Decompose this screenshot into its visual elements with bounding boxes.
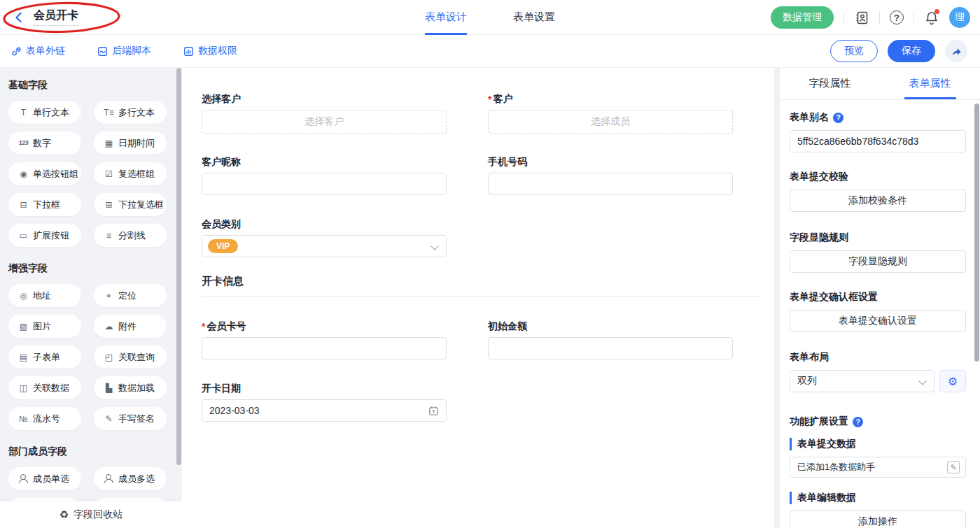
field-pill-serial-number[interactable]: №流水号 bbox=[8, 407, 81, 430]
form-alias-input[interactable] bbox=[790, 130, 966, 152]
script-icon bbox=[97, 46, 108, 57]
open-date-input[interactable]: 2023-03-03 bbox=[202, 399, 447, 422]
field-member-type[interactable]: 会员类别 VIP bbox=[202, 218, 447, 257]
recycle-label: 字段回收站 bbox=[74, 508, 122, 521]
field-pill-checkbox-group[interactable]: ☑复选框组 bbox=[94, 162, 167, 185]
tab-form-properties[interactable]: 表单属性 bbox=[880, 68, 980, 99]
field-initial-amount[interactable]: 初始金额 bbox=[488, 320, 733, 359]
back-icon[interactable] bbox=[11, 10, 27, 25]
field-pill-member-single[interactable]: 成员单选 bbox=[8, 467, 81, 490]
sidebar-scrollbar-thumb[interactable] bbox=[176, 68, 181, 465]
phone-input[interactable] bbox=[488, 173, 733, 195]
share-arrow-icon bbox=[951, 46, 962, 57]
field-pill-extend-button[interactable]: ▭扩展按钮 bbox=[8, 224, 81, 247]
layout-select[interactable]: 双列 bbox=[790, 370, 934, 392]
help-icon[interactable]: ? bbox=[833, 113, 844, 123]
field-pill-datetime[interactable]: ▦日期时间 bbox=[94, 131, 167, 155]
field-phone[interactable]: 手机号码 bbox=[488, 156, 733, 195]
field-customer[interactable]: *客户 选择成员 bbox=[488, 93, 733, 134]
data-assistant-box[interactable]: 已添加1条数据助手 ✎ bbox=[790, 457, 966, 478]
card-number-input[interactable] bbox=[202, 337, 447, 359]
permission-icon bbox=[183, 46, 194, 57]
pill-label: 数字 bbox=[33, 137, 51, 150]
tab-form-settings[interactable]: 表单设置 bbox=[513, 0, 555, 35]
field-pill-multi-dropdown[interactable]: ⊞下拉复选框 bbox=[94, 193, 167, 216]
field-pill-divider[interactable]: ≡分割线 bbox=[94, 224, 167, 247]
field-nickname[interactable]: 客户昵称 bbox=[202, 156, 447, 195]
pill-label: 附件 bbox=[118, 320, 136, 333]
initial-amount-input[interactable] bbox=[488, 337, 733, 359]
top-header: 会员开卡 表单设计 表单设置 数据管理 ? bbox=[0, 0, 980, 35]
pill-label: 日期时间 bbox=[118, 137, 155, 150]
pill-label: 复选框组 bbox=[118, 168, 155, 180]
multi-line-text-icon: T≡ bbox=[103, 108, 115, 117]
edit-data-subhead: 表单编辑数据 bbox=[790, 492, 966, 504]
member-type-select[interactable]: VIP bbox=[202, 235, 447, 257]
field-recycle-bin[interactable]: ♻ 字段回收站 bbox=[0, 501, 182, 528]
field-pill-linked-query[interactable]: ◰关联查询 bbox=[94, 345, 167, 369]
field-pill-linked-data[interactable]: ◫关联数据 bbox=[8, 376, 81, 399]
tab-form-design[interactable]: 表单设计 bbox=[425, 0, 467, 35]
select-customer-input[interactable]: 选择客户 bbox=[202, 110, 447, 134]
cloud-upload-icon: ☁ bbox=[103, 322, 115, 331]
visibility-rule-label: 字段显隐规则 bbox=[790, 231, 966, 244]
section-card-info[interactable]: 开卡信息 bbox=[202, 275, 761, 297]
form-external-link[interactable]: 表单外链 bbox=[11, 45, 65, 57]
nickname-input[interactable] bbox=[202, 173, 447, 195]
pill-label: 成员多选 bbox=[118, 473, 155, 485]
gear-icon: ⚙ bbox=[948, 375, 958, 388]
field-pill-address[interactable]: ◎地址 bbox=[8, 284, 81, 307]
add-operation-button[interactable]: 添加操作 bbox=[790, 511, 966, 528]
field-label: 手机号码 bbox=[488, 156, 733, 169]
chevron-down-icon bbox=[430, 242, 438, 250]
help-icon[interactable]: ? bbox=[890, 10, 904, 24]
share-button[interactable] bbox=[945, 40, 967, 62]
field-pill-geolocation[interactable]: ⌖定位 bbox=[94, 284, 167, 307]
divider bbox=[844, 11, 844, 24]
field-pill-member-multi[interactable]: 成员多选 bbox=[94, 467, 167, 490]
link-icon bbox=[11, 46, 22, 57]
pill-label: 子表单 bbox=[33, 351, 60, 364]
field-card-number[interactable]: *会员卡号 bbox=[202, 320, 447, 359]
edit-icon[interactable]: ✎ bbox=[947, 461, 960, 473]
data-permission-link[interactable]: 数据权限 bbox=[183, 45, 237, 57]
layout-settings-button[interactable]: ⚙ bbox=[939, 370, 966, 392]
field-pill-signature[interactable]: ✎手写签名 bbox=[94, 407, 167, 430]
pill-label: 成员单选 bbox=[33, 473, 69, 485]
backend-script-link[interactable]: 后端脚本 bbox=[97, 45, 151, 57]
field-pill-image[interactable]: ▧图片 bbox=[8, 315, 81, 338]
submit-confirm-label: 表单提交确认框设置 bbox=[790, 291, 966, 304]
field-pill-multi-line-text[interactable]: T≡多行文本 bbox=[94, 101, 167, 124]
add-check-condition-button[interactable]: 添加校验条件 bbox=[790, 190, 966, 212]
contacts-book-icon[interactable] bbox=[854, 10, 869, 25]
field-pill-subform[interactable]: ▤子表单 bbox=[8, 345, 81, 369]
field-pill-dropdown[interactable]: ⊟下拉框 bbox=[8, 193, 81, 216]
field-pill-radio-group[interactable]: ◉单选按钮组 bbox=[8, 162, 81, 185]
field-label: 初始金额 bbox=[488, 320, 733, 333]
customer-input[interactable]: 选择成员 bbox=[488, 110, 733, 134]
pill-label: 关联查询 bbox=[118, 351, 155, 364]
field-open-date[interactable]: 开卡日期 2023-03-03 bbox=[202, 383, 447, 422]
field-pill-number[interactable]: 123数字 bbox=[8, 131, 81, 155]
data-manage-button[interactable]: 数据管理 bbox=[771, 6, 834, 29]
avatar[interactable]: 理 bbox=[949, 7, 970, 28]
field-pill-attachment[interactable]: ☁附件 bbox=[94, 315, 167, 338]
divider-icon: ≡ bbox=[103, 231, 115, 240]
bell-icon[interactable] bbox=[924, 10, 939, 25]
save-button[interactable]: 保存 bbox=[888, 40, 935, 62]
preview-button[interactable]: 预览 bbox=[830, 40, 878, 62]
pill-label: 地址 bbox=[33, 290, 51, 302]
form-layout-label: 表单布局 bbox=[790, 351, 966, 364]
field-select-customer[interactable]: 选择客户 选择客户 bbox=[202, 93, 447, 134]
section-title-member-fields: 部门成员字段 bbox=[8, 445, 182, 458]
submit-confirm-button[interactable]: 表单提交确认设置 bbox=[790, 310, 966, 332]
panel-scrollbar-thumb[interactable] bbox=[974, 104, 979, 362]
field-pill-single-line-text[interactable]: T单行文本 bbox=[8, 101, 81, 124]
tab-field-properties[interactable]: 字段属性 bbox=[780, 68, 880, 99]
button-icon: ▭ bbox=[18, 231, 29, 240]
visibility-rule-button[interactable]: 字段显隐规则 bbox=[790, 250, 966, 273]
properties-panel: 字段属性 表单属性 表单别名? 表单提交校验 添加校验条件 字段显隐规则 字段显… bbox=[780, 68, 980, 528]
help-icon[interactable]: ? bbox=[853, 417, 863, 427]
field-pill-data-load[interactable]: ▙数据加载 bbox=[94, 376, 167, 399]
page-title[interactable]: 会员开卡 bbox=[34, 8, 78, 26]
